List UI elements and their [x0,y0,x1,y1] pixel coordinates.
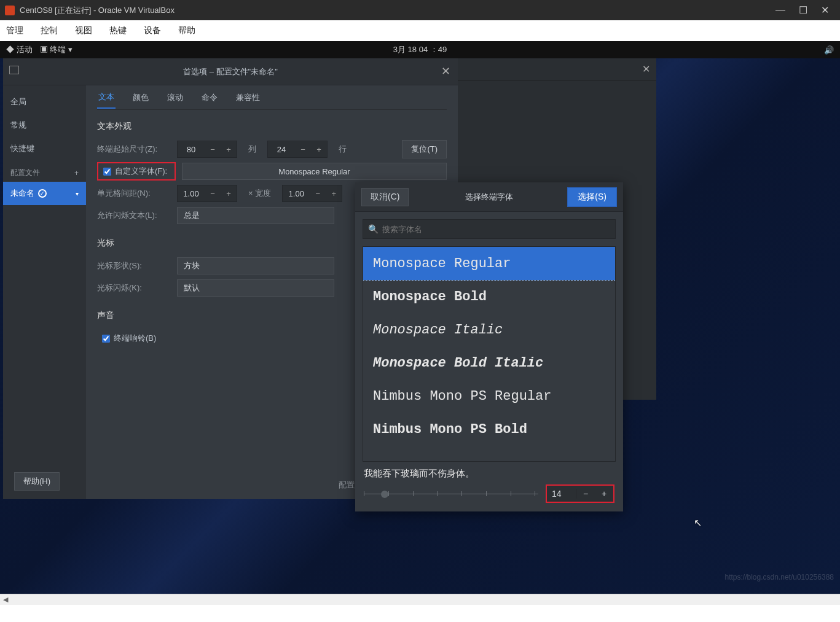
cell-width-label: × 宽度 [248,188,271,199]
tab-command[interactable]: 命令 [200,87,219,108]
allow-blink-label: 允许闪烁文本(L): [97,210,171,221]
search-icon: 🔍 [368,224,379,234]
slider-thumb[interactable] [381,491,388,498]
vb-icon [5,6,15,15]
sidebar-item-shortcuts[interactable]: 快捷键 [3,137,86,160]
font-list[interactable]: Monospace Regular Monospace Bold Monospa… [363,246,616,462]
font-item[interactable]: Nimbus Mono PS Regular [363,379,615,413]
activities-button[interactable]: ◆ 活动 [6,44,33,55]
bell-checkbox[interactable] [102,335,110,343]
fontdlg-header: 取消(C) 选择终端字体 选择(S) [355,182,623,212]
cell-height-spinner[interactable]: 1.00 − + [282,185,342,202]
prefs-menu-icon[interactable] [9,66,19,74]
profile-menu-chevron-icon[interactable]: ▾ [76,190,79,197]
cursor-blink-dropdown[interactable]: 默认 [177,279,334,297]
cols-plus[interactable]: + [221,145,237,154]
font-size-plus[interactable]: + [595,489,613,499]
profile-default-icon: ✓ [38,189,47,198]
host-horizontal-scrollbar[interactable]: ◀ [0,594,840,605]
font-preview: 我能吞下玻璃而不伤身体。 [355,462,623,481]
font-chooser-dialog: 取消(C) 选择终端字体 选择(S) 🔍 Monospace Regular M… [355,182,623,511]
vb-menu-help[interactable]: 帮助 [178,25,195,36]
allow-blink-dropdown[interactable]: 总是 [177,207,334,224]
sidebar-global-header: 全局 [3,90,86,114]
reset-size-button[interactable]: 复位(T) [402,140,447,158]
font-search-input[interactable] [382,225,610,234]
cell-spacing-label: 单元格间距(N): [97,188,171,199]
tab-colors[interactable]: 颜色 [131,87,150,108]
terminal-close-button[interactable]: ✕ [642,63,650,75]
font-search[interactable]: 🔍 [363,219,616,239]
rows-unit: 行 [339,144,347,155]
mouse-cursor-icon: ↖ [694,517,702,529]
vb-menu-view[interactable]: 视图 [75,25,92,36]
watermark-text: https://blog.csdn.net/u010256388 [725,573,834,581]
prefs-sidebar: 全局 常规 快捷键 配置文件 + 未命名 ✓ ▾ [3,85,86,499]
font-item[interactable]: Monospace Italic [363,313,615,346]
bell-checkbox-group[interactable]: 终端响铃(B) [97,330,161,346]
vb-menu-devices[interactable]: 设备 [144,25,161,36]
help-button[interactable]: 帮助(H) [14,472,60,491]
custom-font-checkbox[interactable] [103,168,111,176]
vb-menu-hotkeys[interactable]: 热键 [109,25,127,36]
rows-spinner[interactable]: 24 − + [267,141,328,158]
cursor-blink-label: 光标闪烁(K): [97,282,171,294]
cell-width-spinner[interactable]: 1.00 − + [177,185,237,202]
cols-unit: 列 [248,144,256,155]
font-size-minus[interactable]: − [576,489,595,499]
rows-minus[interactable]: − [295,145,311,154]
fontdlg-title: 选择终端字体 [465,192,513,203]
custom-font-checkbox-group[interactable]: 自定义字体(F): [97,162,176,181]
vb-close-button[interactable]: ✕ [821,4,829,16]
font-select-button[interactable]: 选择(S) [567,187,617,207]
cursor-shape-dropdown[interactable]: 方块 [177,257,334,274]
custom-font-button[interactable]: Monospace Regular [182,163,447,180]
custom-font-label: 自定义字体(F): [115,166,167,177]
font-item[interactable]: Nimbus Mono PS Bold [363,413,615,446]
rows-plus[interactable]: + [311,145,327,154]
sidebar-profiles-header: 配置文件 + [3,160,86,182]
initial-size-label: 终端起始尺寸(Z): [97,144,171,155]
font-item[interactable]: Monospace Regular [363,247,615,280]
tab-text[interactable]: 文本 [97,87,116,109]
sidebar-item-general[interactable]: 常规 [3,114,86,137]
font-size-slider[interactable] [364,488,538,500]
add-profile-button[interactable]: + [74,169,79,177]
prefs-header: 首选项 – 配置文件"未命名" ✕ [3,58,458,85]
cols-minus[interactable]: − [205,145,221,154]
font-size-value[interactable]: 14 [547,489,576,499]
font-size-spinner[interactable]: 14 − + [546,484,614,503]
vb-titlebar: CentOS8 [正在运行] - Oracle VM VirtualBox — … [0,0,840,20]
tab-scroll[interactable]: 滚动 [166,87,184,108]
guest-desktop: ◆ 活动 ▣ 终端 ▾ 3月 18 04 ：49 🔊 ✕ 首选项 – 配置文件"… [0,41,840,594]
volume-icon[interactable]: 🔊 [824,45,834,55]
vb-maximize-button[interactable]: ☐ [799,4,807,16]
sidebar-item-profile[interactable]: 未命名 ✓ ▾ [3,182,86,205]
tab-compat[interactable]: 兼容性 [235,87,261,108]
cols-spinner[interactable]: 80 − + [177,141,237,158]
vb-menubar: 管理 控制 视图 热键 设备 帮助 [0,20,840,41]
vb-menu-control[interactable]: 控制 [41,25,58,36]
app-menu[interactable]: ▣ 终端 ▾ [40,44,73,55]
vb-menu-manage[interactable]: 管理 [6,25,23,36]
font-item[interactable]: Monospace Bold [363,280,615,313]
vb-title: CentOS8 [正在运行] - Oracle VM VirtualBox [20,5,769,16]
prefs-close-button[interactable]: ✕ [441,64,450,78]
prefs-title: 首选项 – 配置文件"未命名" [183,66,278,77]
font-item[interactable]: Monospace Bold Italic [363,346,615,379]
cursor-shape-label: 光标形状(S): [97,260,171,271]
prefs-tabs: 文本 颜色 滚动 命令 兼容性 [97,85,447,110]
clock[interactable]: 3月 18 04 ：49 [393,44,447,55]
section-text-appearance: 文本外观 [97,121,447,132]
gnome-topbar: ◆ 活动 ▣ 终端 ▾ 3月 18 04 ：49 🔊 [0,41,840,58]
font-cancel-button[interactable]: 取消(C) [361,188,409,206]
bell-label: 终端响铃(B) [114,333,156,344]
vb-minimize-button[interactable]: — [775,4,785,16]
hscroll-left-arrow-icon[interactable]: ◀ [0,596,11,604]
